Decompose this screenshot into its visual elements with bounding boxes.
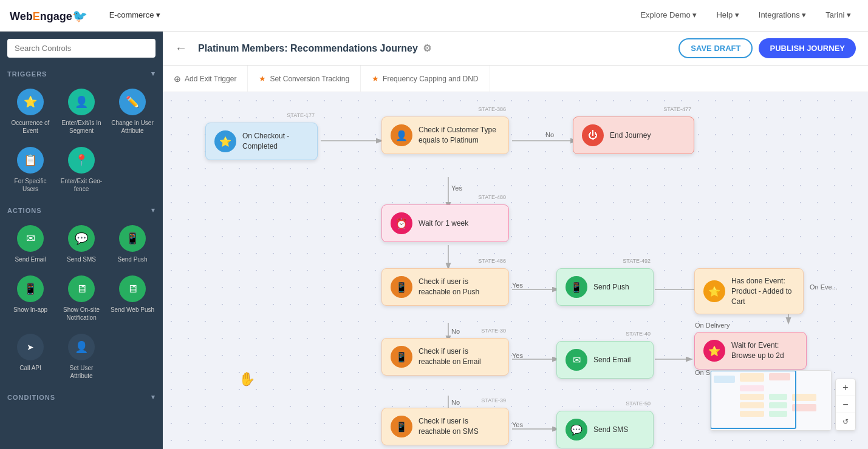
header-buttons: SAVE DRAFT PUBLISH JOURNEY (678, 38, 856, 58)
back-button[interactable]: ← (175, 41, 192, 55)
node-check-sms[interactable]: STATE-39 📱 Check if user is reachable on… (381, 408, 509, 445)
zoom-controls: + − ↺ (835, 379, 856, 431)
node-check-push[interactable]: STATE-486 📱 Check if user is reachable o… (381, 268, 509, 306)
trigger-occurrence-event[interactable]: ⭐ Occurrence of Event (5, 83, 56, 141)
send-sms-action-icon: 💬 (566, 419, 587, 441)
send-web-push-icon: 🖥 (119, 275, 146, 302)
for-specific-users-icon: 📋 (17, 147, 44, 174)
action-set-user-attr[interactable]: 👤 Set User Attribute (56, 328, 107, 386)
send-push-icon: 📱 (119, 225, 146, 252)
exit-trigger-icon: ⊕ (174, 74, 181, 84)
action-send-email[interactable]: ✉ Send Email (5, 219, 56, 269)
frequency-star-icon: ★ (372, 74, 379, 83)
trigger-for-specific-users[interactable]: 📋 For Specific Users (5, 141, 56, 199)
zoom-in-button[interactable]: + (836, 379, 855, 396)
save-draft-button[interactable]: SAVE DRAFT (678, 38, 753, 58)
svg-rect-15 (740, 385, 764, 391)
node-check-customer-type[interactable]: STATE-386 👤 Check if Customer Type equal… (381, 116, 509, 154)
svg-rect-13 (740, 373, 764, 382)
node-has-done-event[interactable]: ⭐ Has done Event: Product - Added to Car… (694, 268, 804, 314)
journey-canvas[interactable]: STATE-177 ⭐ On Checkout - Completed STAT… (163, 92, 868, 449)
on-delivery-label: On Delivery (695, 322, 730, 329)
action-show-inapp[interactable]: 📱 Show In-app (5, 269, 56, 328)
top-navigation: WebEngage🐦 E-commerce ▾ Explore Demo ▾ H… (0, 0, 868, 32)
check-sms-icon: 📱 (391, 416, 412, 437)
svg-rect-17 (769, 394, 787, 400)
action-send-push[interactable]: 📱 Send Push (107, 219, 158, 269)
call-api-icon: ➤ (17, 334, 44, 360)
send-email-action-icon: ✉ (566, 349, 587, 371)
minimap (710, 370, 832, 431)
nav-project[interactable]: E-commerce ▾ (102, 0, 168, 32)
nav-explore-demo[interactable]: Explore Demo ▾ (633, 0, 704, 32)
enter-exit-segment-icon: 👤 (68, 89, 95, 115)
no-label-push: No (451, 328, 460, 335)
drag-handle-icon: ✋ (239, 371, 255, 387)
send-push-action-icon: 📱 (566, 276, 587, 298)
conditions-section-label[interactable]: CONDITIONS ▾ (0, 388, 163, 403)
wait-event-icon: ⭐ (703, 340, 725, 362)
yes-label-email: Yes (512, 352, 523, 359)
main-layout: TRIGGERS ▾ ⭐ Occurrence of Event 👤 Enter… (0, 0, 868, 449)
yes-label-1: Yes (451, 184, 462, 192)
canvas-toolbar: ⊕ Add Exit Trigger ★ Set Conversion Trac… (163, 66, 868, 92)
node-send-email[interactable]: STATE-40 ✉ Send Email (556, 341, 654, 379)
no-label-1: No (545, 131, 554, 138)
toolbar-conversion-tracking[interactable]: ★ Set Conversion Tracking (248, 66, 361, 92)
checkout-icon: ⭐ (214, 130, 236, 152)
sidebar: TRIGGERS ▾ ⭐ Occurrence of Event 👤 Enter… (0, 32, 163, 449)
action-call-api[interactable]: ➤ Call API (5, 328, 56, 386)
settings-icon[interactable]: ⚙ (423, 42, 431, 54)
send-sms-icon: 💬 (68, 225, 95, 252)
nav-help[interactable]: Help ▾ (709, 0, 746, 32)
node-end-journey[interactable]: STATE-477 ⏻ End Journey (573, 116, 694, 154)
node-send-sms[interactable]: STATE-50 💬 Send SMS (556, 411, 654, 448)
show-onsite-icon: 🖥 (68, 275, 95, 302)
svg-rect-19 (769, 402, 787, 408)
show-inapp-icon: 📱 (17, 275, 44, 302)
action-show-onsite[interactable]: 🖥 Show On-site Notification (56, 269, 107, 328)
publish-journey-button[interactable]: PUBLISH JOURNEY (759, 38, 856, 58)
zoom-reset-button[interactable]: ↺ (836, 413, 855, 430)
logo: WebEngage🐦 (10, 8, 87, 23)
node-wait-1-week[interactable]: STATE-480 ⏰ Wait for 1 week (381, 204, 509, 242)
svg-rect-21 (769, 411, 787, 417)
wait-icon: ⏰ (391, 212, 412, 234)
canvas-header: ← Platinum Members: Recommendations Jour… (163, 32, 868, 66)
triggers-section-label[interactable]: TRIGGERS ▾ (0, 65, 163, 80)
nav-integrations[interactable]: Integrations ▾ (751, 0, 814, 32)
yes-label-push: Yes (512, 282, 523, 289)
svg-rect-20 (740, 411, 764, 417)
nav-user[interactable]: Tarini ▾ (818, 0, 858, 32)
has-done-event-icon: ⭐ (703, 280, 725, 302)
action-send-sms[interactable]: 💬 Send SMS (56, 219, 107, 269)
yes-label-sms: Yes (512, 421, 523, 428)
node-checkout-completed[interactable]: STATE-177 ⭐ On Checkout - Completed (205, 123, 318, 160)
trigger-change-user-attr[interactable]: ✏️ Change in User Attribute (107, 83, 158, 141)
toolbar-frequency-capping[interactable]: ★ Frequency Capping and DND (361, 66, 490, 92)
page-title: Platinum Members: Recommendations Journe… (198, 42, 431, 54)
search-input[interactable] (7, 39, 155, 58)
enter-exit-geofence-icon: 📍 (68, 147, 95, 174)
svg-rect-12 (714, 376, 735, 383)
node-check-email[interactable]: STATE-30 📱 Check if user is reachable on… (381, 338, 509, 376)
actions-grid: ✉ Send Email 💬 Send SMS 📱 Send Push 📱 Sh… (0, 217, 163, 388)
conversion-star-icon: ★ (259, 74, 266, 83)
trigger-enter-exit-geofence[interactable]: 📍 Enter/Exit Geo-fence (56, 141, 107, 199)
zoom-out-button[interactable]: − (836, 396, 855, 413)
nav-right: Explore Demo ▾ Help ▾ Integrations ▾ Tar… (633, 0, 858, 32)
trigger-enter-exit-segment[interactable]: 👤 Enter/Exit/Is In Segment (56, 83, 107, 141)
customer-type-icon: 👤 (391, 124, 412, 146)
no-label-email: No (451, 399, 460, 406)
check-push-icon: 📱 (391, 276, 412, 298)
toolbar-add-exit-trigger[interactable]: ⊕ Add Exit Trigger (163, 66, 248, 92)
svg-rect-16 (740, 394, 764, 400)
node-send-push[interactable]: STATE-492 📱 Send Push (556, 268, 654, 306)
svg-rect-14 (769, 373, 790, 380)
triggers-grid: ⭐ Occurrence of Event 👤 Enter/Exit/Is In… (0, 80, 163, 201)
action-send-web-push[interactable]: 🖥 Send Web Push (107, 269, 158, 328)
actions-section-label[interactable]: ACTIONS ▾ (0, 201, 163, 217)
node-wait-event-browse[interactable]: ⭐ Wait for Event: Browse up to 2d (694, 332, 807, 370)
change-user-attr-icon: ✏️ (119, 89, 146, 115)
occurrence-event-icon: ⭐ (17, 89, 44, 115)
